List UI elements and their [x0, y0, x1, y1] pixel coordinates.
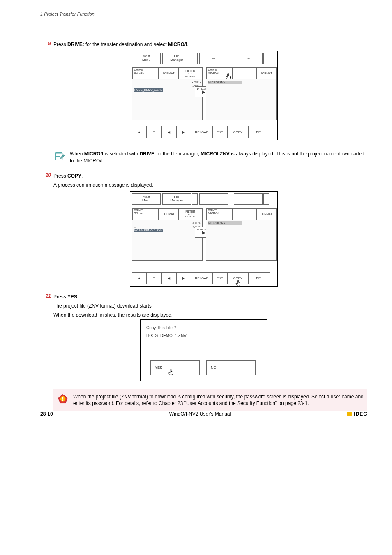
- fm-drive-value: SD card: [134, 71, 144, 74]
- note-warning: When the project file (ZNV format) to do…: [53, 389, 367, 412]
- svg-rect-4: [62, 400, 63, 401]
- fm-nub: [192, 193, 198, 205]
- svg-rect-0: [55, 153, 62, 160]
- fm-reload: RELOAD: [191, 126, 212, 138]
- step-9-number: 9: [40, 41, 51, 46]
- fm-copy: COPY: [227, 126, 249, 138]
- file-manager-figure-2: MainMenu FileManager --- --- DRIVE: SD c…: [130, 191, 278, 287]
- pointer-hand-icon: [225, 72, 232, 80]
- fm-up: ▲: [132, 272, 147, 284]
- t: DRIVE:: [67, 42, 84, 47]
- fm-format: FORMAT: [256, 68, 276, 79]
- fm-nub: [263, 193, 269, 205]
- step-11-desc-1: The project file (ZNV format) download s…: [53, 302, 367, 310]
- fm-dash: ---: [234, 53, 263, 64]
- fm-right-pane: DRIVE: MICRO/I FORMAT MICROI.ZNV: [206, 208, 277, 261]
- t: Press: [53, 173, 67, 179]
- t: for the transfer destination and select: [84, 42, 168, 47]
- fm-left-pane: DRIVE: SD card FORMAT FILTER ALLFILTERS …: [132, 67, 203, 120]
- confirm-no-button: NO: [206, 360, 256, 375]
- confirm-title: Copy This File ?: [146, 326, 261, 330]
- brand-square-icon: [347, 412, 352, 416]
- fm-file-manager: FileManager: [162, 53, 191, 64]
- fm-down: ▼: [147, 126, 161, 138]
- fm-main-menu: MainMenu: [132, 193, 161, 205]
- r: .: [134, 81, 135, 84]
- fm-nub: [263, 53, 269, 64]
- t: in the file manager,: [156, 151, 201, 157]
- t: Press: [53, 294, 67, 300]
- fm-del: DEL: [249, 272, 270, 284]
- confirm-dialog: Copy This File ? HG3G_DEMO_1.ZNV YES NO: [140, 319, 267, 381]
- fm-drive-label: DRIVE:: [208, 209, 217, 212]
- t: MICRO/I: [84, 151, 104, 157]
- fm-left-selected-file: HG3G_DEMO_1.ZNV: [134, 88, 163, 92]
- step-11-text: Press YES.: [53, 293, 367, 301]
- fm-drive-label: DRIVE:: [134, 209, 143, 212]
- fm-main-menu: MainMenu: [132, 53, 161, 64]
- svg-rect-3: [62, 397, 63, 400]
- manual-title: WindO/I-NV2 User's Manual: [169, 411, 231, 417]
- brand-logo: IDEC: [347, 411, 367, 417]
- fm-format: FORMAT: [256, 208, 276, 220]
- fm-ent: ENT: [212, 126, 227, 138]
- fm-down: ▼: [147, 272, 161, 284]
- t: .: [77, 294, 78, 300]
- fm-right-file: MICROI.ZNV: [208, 81, 242, 84]
- t: DRIVE:: [139, 151, 156, 157]
- fm-left-pane: DRIVE: SD card FORMAT FILTER ALLFILTERS …: [132, 208, 203, 261]
- brand-text: IDEC: [354, 411, 367, 417]
- fm-file-manager: FileManager: [162, 193, 191, 205]
- fm-filter-sub: ALLFILTERS: [185, 72, 195, 78]
- fm-drive-label: DRIVE:: [208, 68, 217, 71]
- fm-dash: ---: [199, 193, 228, 205]
- fm-left: ◀: [161, 272, 176, 284]
- fm-drive-label: DRIVE:: [134, 68, 143, 71]
- fm-nub: [192, 53, 198, 64]
- t: .: [81, 173, 83, 179]
- t: YES: [67, 294, 77, 300]
- r: ..: [134, 225, 136, 229]
- fm-bottom-bar: ▲ ▼ ◀ ▶ RELOAD ENT COPY DEL: [132, 126, 276, 138]
- fm-format: FORMAT: [159, 208, 178, 220]
- t: Press: [53, 42, 67, 47]
- step-10-text: Press COPY.: [53, 172, 367, 180]
- fm-right-file-list: MICROI.ZNV: [206, 220, 276, 226]
- fm-bottom-bar: ▲ ▼ ◀ ▶ RELOAD ENT COPY DEL: [132, 272, 276, 284]
- fm-up: ▲: [132, 126, 147, 138]
- fm-ent: ENT: [212, 272, 227, 284]
- step-9-text: Press DRIVE: for the transfer destinatio…: [53, 41, 367, 48]
- file-manager-figure-1: MainMenu FileManager --- --- DRIVE: SD c…: [130, 51, 278, 140]
- fm-drive-value: MICRO/I: [208, 212, 219, 215]
- fm-right-file-list: MICROI.ZNV: [206, 79, 276, 86]
- fm-format: FORMAT: [159, 68, 178, 79]
- fm-drive-value: MICRO/I: [208, 71, 219, 74]
- t: .: [187, 42, 188, 47]
- warning-icon: [57, 393, 69, 406]
- running-header: 1 Project Transfer Function: [40, 12, 367, 18]
- note-icon: [53, 150, 66, 163]
- confirm-no-label: NO: [211, 365, 217, 370]
- fm-dash: ---: [199, 53, 228, 64]
- step-11: 11 Press YES.: [40, 293, 367, 301]
- r: <DIR>: [192, 81, 201, 84]
- note-warning-text: When the project file (ZNV format) to do…: [73, 393, 364, 407]
- fm-drive-value: SD card: [134, 212, 144, 215]
- fm-left-selected-file: HG3G_DEMO_1.ZNV: [134, 229, 163, 232]
- fm-right-pane: DRIVE: MICRO/I FORMAT MICROI.ZNV: [206, 67, 277, 120]
- t: MICROI.ZNV: [201, 151, 230, 157]
- fm-del: DEL: [249, 126, 270, 138]
- t: MICRO/I: [168, 42, 187, 47]
- pointer-hand-icon: [167, 368, 175, 375]
- step-11-number: 11: [40, 293, 51, 299]
- fm-blank: [233, 68, 256, 79]
- confirm-yes-button: YES: [150, 360, 200, 375]
- step-9: 9 Press DRIVE: for the transfer destinat…: [40, 41, 367, 48]
- fm-blank: [233, 208, 256, 220]
- step-11-desc-2: When the download finishes, the results …: [53, 311, 367, 319]
- t: COPY: [67, 173, 81, 179]
- step-10-number: 10: [40, 172, 51, 178]
- fm-right: ▶: [176, 272, 191, 284]
- fm-filter: FILTER: [185, 210, 195, 213]
- t: When: [70, 151, 84, 157]
